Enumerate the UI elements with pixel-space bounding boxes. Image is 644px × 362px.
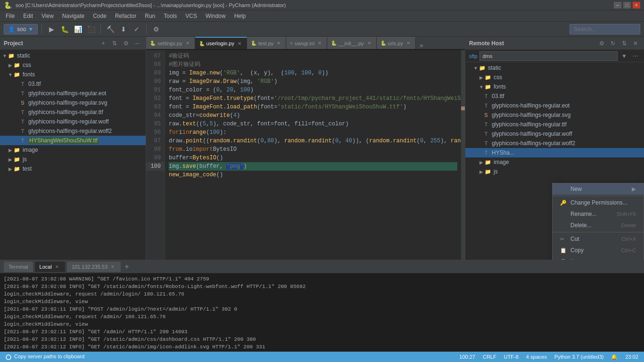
remote-tree-item-ttf[interactable]: T glyphicons-halflings-regular.ttf: [465, 120, 644, 129]
status-right: 100:27 CRLF UTF-8 4 spaces Python 3.7 (u…: [457, 354, 640, 360]
tree-item-hyshang[interactable]: T HYShangWeiShouShuW.ttf: [0, 136, 146, 145]
remote-path-expand-button[interactable]: ▼: [619, 51, 629, 61]
remote-close-button[interactable]: ✕: [631, 39, 640, 48]
terminal-local-close[interactable]: ✕: [54, 263, 60, 270]
menu-vcs[interactable]: VCS: [182, 12, 201, 20]
menu-refactor[interactable]: Refactor: [111, 12, 140, 20]
menu-window[interactable]: Window: [202, 12, 230, 20]
tree-item-fonts[interactable]: ▼ 📁 fonts: [0, 70, 146, 79]
remote-tree-item-03ttf[interactable]: T 03.ttf: [465, 91, 644, 101]
remote-tree-item-fonts[interactable]: ▼ 📁 fonts: [465, 82, 644, 91]
tree-item-js[interactable]: ▶ 📁 js: [0, 155, 146, 164]
run-button[interactable]: ▶: [46, 24, 57, 35]
menu-edit[interactable]: Edit: [19, 12, 37, 20]
status-encoding[interactable]: UTF-8: [502, 354, 520, 360]
debug-button[interactable]: 🐛: [59, 24, 70, 35]
close-panel-button[interactable]: ─: [132, 39, 142, 48]
terminal-tab-local[interactable]: Local ✕: [35, 262, 65, 272]
settings-gear-button[interactable]: ⚙: [150, 24, 162, 35]
title-bar: 🐍 soo [C:\Users\Administrator\PycharmPro…: [0, 0, 644, 10]
terminal-tab-terminal[interactable]: Terminal: [4, 262, 33, 272]
vcs-commit-button[interactable]: ✓: [131, 24, 142, 35]
menu-file[interactable]: File: [2, 12, 18, 20]
remote-refresh-button[interactable]: ↻: [608, 39, 618, 48]
tree-item-image[interactable]: ▶ 📁 image: [0, 145, 146, 155]
menu-tools[interactable]: Tools: [160, 12, 181, 20]
add-item-button[interactable]: +: [99, 39, 108, 48]
ctx-delete-label: Delete...: [570, 222, 592, 229]
tab-urls[interactable]: 🐍 urls.py ✕: [377, 37, 416, 49]
status-indent[interactable]: 4 spaces: [524, 354, 549, 360]
tab-uwsgi[interactable]: ≡ uwsgi.ini ✕: [286, 37, 327, 49]
restore-button[interactable]: □: [623, 2, 631, 8]
ctx-rename[interactable]: Rename... Shift+F6: [553, 208, 644, 220]
settings-panel-button[interactable]: ⚙: [121, 39, 131, 48]
menu-code[interactable]: Code: [89, 12, 110, 20]
minimize-button[interactable]: ─: [614, 2, 621, 8]
remote-tree-item-css[interactable]: ▶ 📁 css: [465, 73, 644, 82]
add-terminal-button[interactable]: +: [123, 263, 131, 271]
ctx-cut[interactable]: ✂ Cut Ctrl+X: [553, 233, 644, 245]
tab-init-close[interactable]: ✕: [366, 40, 372, 47]
status-git[interactable]: Copy server paths to clipboard: [4, 354, 86, 360]
profile-button[interactable]: 📊: [72, 24, 83, 35]
build-button[interactable]: 🔨: [105, 24, 116, 35]
tab-test[interactable]: 🐍 test.py ✕: [247, 37, 286, 49]
remote-tree-item-image[interactable]: ▶ 📁 image: [465, 157, 644, 167]
remote-tree-item-woff[interactable]: T glyphicons-halflings-regular.woff: [465, 129, 644, 139]
search-input[interactable]: [570, 24, 640, 34]
remote-settings-button[interactable]: ⚙: [597, 39, 606, 48]
menu-navigate[interactable]: Navigate: [58, 12, 88, 20]
remote-tree-item-js[interactable]: ▶ 📁 js: [465, 167, 644, 176]
sort-button[interactable]: ⇅: [110, 39, 119, 48]
tab-overflow-button[interactable]: »: [416, 41, 427, 49]
remote-sync-button[interactable]: ⇅: [619, 39, 629, 48]
terminal-output[interactable]: [2021-08-07 23:02:08 WARNING] "GET /favi…: [0, 273, 644, 352]
stop-button[interactable]: ⬛: [85, 24, 97, 35]
menu-run[interactable]: Run: [141, 12, 159, 20]
vcs-update-button[interactable]: ⬇: [118, 24, 129, 35]
ctx-delete[interactable]: Delete... Delete: [553, 220, 644, 231]
tree-item-woff[interactable]: T glyphicons-halflings-regular.woff: [0, 117, 146, 126]
tab-settings[interactable]: 🐍 settings.py ✕: [146, 37, 195, 49]
tree-item-static[interactable]: ▼ 📁 static: [0, 51, 146, 60]
ctx-copy[interactable]: 📋 Copy Ctrl+C: [553, 245, 644, 256]
tab-userlogin[interactable]: 🐍 userlogin.py ✕: [195, 37, 247, 49]
status-python[interactable]: Python 3.7 (untitled3): [553, 354, 606, 360]
main-layout: Project + ⇅ ⚙ ─ ▼ 📁 static ▶ 📁 css: [0, 37, 644, 260]
tree-item-03ttf[interactable]: T 03.ttf: [0, 79, 146, 89]
tree-item-svg[interactable]: S glyphicons-halflings-regular.svg: [0, 98, 146, 107]
ctx-new[interactable]: New ▶: [553, 183, 644, 195]
menu-view[interactable]: View: [38, 12, 58, 20]
remote-path-more-button[interactable]: ⋯: [631, 51, 640, 61]
ctx-paste[interactable]: 📋 Paste Ctrl+V: [553, 256, 644, 260]
terminal-remote-close[interactable]: ✕: [109, 263, 116, 270]
remote-tree-item-hyshang[interactable]: T HYSha...: [465, 148, 644, 157]
tree-item-test[interactable]: ▶ 📁 test: [0, 164, 146, 173]
remote-tree-item-woff2[interactable]: T glyphicons-halflings-regular.woff2: [465, 139, 644, 148]
code-scrollbar[interactable]: [461, 50, 465, 260]
status-line-ending[interactable]: CRLF: [481, 354, 498, 360]
tab-userlogin-close[interactable]: ✕: [236, 40, 243, 47]
code-editor[interactable]: #验证码 #图片验证码 img = Image.new('RGB', (x, y…: [165, 50, 461, 260]
ctx-change-permissions[interactable]: 🔑 Change Permissions...: [553, 197, 644, 208]
tree-item-ttf[interactable]: T glyphicons-halflings-regular.ttf: [0, 107, 146, 117]
tab-test-close[interactable]: ✕: [275, 40, 282, 47]
tree-item-css[interactable]: ▶ 📁 css: [0, 60, 146, 70]
project-selector[interactable]: 👤 soo ▼: [4, 24, 38, 34]
tree-item-woff2[interactable]: T glyphicons-halflings-regular.woff2: [0, 126, 146, 136]
tab-settings-close[interactable]: ✕: [184, 40, 191, 47]
remote-path-input[interactable]: [479, 51, 618, 61]
tab-urls-close[interactable]: ✕: [405, 40, 412, 47]
remote-tree-item-static[interactable]: ▼ 📁 static: [465, 63, 644, 73]
remote-tree-item-svg[interactable]: S glyphicons-halflings-regular.svg: [465, 110, 644, 120]
tab-uwsgi-close[interactable]: ✕: [316, 40, 323, 47]
status-position[interactable]: 100:27: [457, 354, 477, 360]
close-button[interactable]: ✕: [633, 2, 640, 8]
tree-item-eot[interactable]: T glyphicons-halflings-regular.eot: [0, 89, 146, 98]
remote-tree-item-eot[interactable]: T glyphicons-halflings-regular.eot: [465, 101, 644, 110]
status-notifications[interactable]: 🔔: [609, 354, 619, 360]
tab-init[interactable]: 🐍 __init__.py ✕: [327, 37, 376, 49]
terminal-tab-remote-ip[interactable]: 101.132.235.53 ✕: [67, 262, 121, 272]
menu-help[interactable]: Help: [231, 12, 250, 20]
